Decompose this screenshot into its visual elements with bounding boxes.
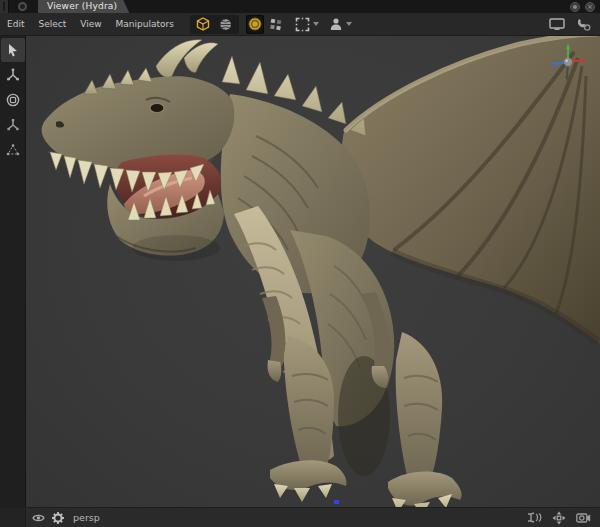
statusbar-right-icons xyxy=(526,511,591,525)
person-view-dropdown[interactable] xyxy=(329,17,352,31)
filmstrip-icon[interactable] xyxy=(526,512,542,523)
pivot-manipulator-tool[interactable] xyxy=(1,138,25,162)
tab-bar: Viewer (Hydra) × xyxy=(0,0,600,13)
camera-controls: persp xyxy=(32,512,100,524)
statusbar-corner xyxy=(0,508,26,527)
magnet-icon[interactable] xyxy=(576,17,591,31)
scale-jack-icon xyxy=(6,118,20,132)
select-cursor-tool[interactable] xyxy=(1,38,25,62)
chevron-down-icon xyxy=(313,22,319,26)
scale-manipulator-tool[interactable] xyxy=(1,113,25,137)
status-bar: persp xyxy=(0,507,600,527)
pan-dpad-icon[interactable] xyxy=(552,511,566,525)
tab-viewer-hydra[interactable]: Viewer (Hydra) xyxy=(38,0,129,13)
translate-manipulator-tool[interactable] xyxy=(1,63,25,87)
origin-marker xyxy=(334,500,339,504)
pane-drag-handle[interactable] xyxy=(0,0,9,13)
menu-select[interactable]: Select xyxy=(31,13,73,35)
cursor-icon xyxy=(6,43,19,57)
rotate-circle-icon xyxy=(6,93,20,107)
manipulator-toolbar xyxy=(0,36,26,507)
axis-gizmo[interactable] xyxy=(548,42,588,82)
light-disc-icon xyxy=(248,17,262,31)
marquee-select-dropdown[interactable] xyxy=(295,17,319,32)
menu-view[interactable]: View xyxy=(73,13,108,35)
person-view-icon xyxy=(329,17,343,31)
viewer-pane: Viewer (Hydra) × Edit Select View Manipu… xyxy=(0,0,600,527)
tab-actions: × xyxy=(570,2,595,12)
light-disc-button[interactable] xyxy=(246,15,264,34)
model-render-dragon xyxy=(26,36,600,507)
menubar-right-icons xyxy=(549,17,591,31)
pivot-triangle-icon xyxy=(6,143,20,157)
camera-icon[interactable] xyxy=(576,512,591,523)
translate-jack-icon xyxy=(6,68,20,82)
viewport-3d[interactable] xyxy=(26,36,600,507)
rotate-manipulator-tool[interactable] xyxy=(1,88,25,112)
monitor-icon[interactable] xyxy=(549,18,565,31)
globe-icon xyxy=(219,18,232,31)
menu-bar: Edit Select View Manipulators xyxy=(0,13,600,36)
main-area xyxy=(0,36,600,507)
eye-icon[interactable] xyxy=(32,513,45,523)
camera-name-label[interactable]: persp xyxy=(73,512,100,523)
pane-menu-icon[interactable] xyxy=(18,2,27,11)
chevron-down-icon xyxy=(346,22,352,26)
gear-icon[interactable] xyxy=(52,512,64,524)
display-toggle-group xyxy=(190,15,239,34)
float-pane-button[interactable] xyxy=(570,2,580,12)
shading-cube-icon xyxy=(196,17,210,31)
globe-button[interactable] xyxy=(217,15,235,34)
float-pane-icon xyxy=(573,5,577,9)
menu-edit[interactable]: Edit xyxy=(0,13,31,35)
tiles-icon xyxy=(269,18,282,31)
marquee-select-icon xyxy=(295,17,310,32)
shading-cube-button[interactable] xyxy=(194,15,212,34)
menu-manipulators[interactable]: Manipulators xyxy=(109,13,181,35)
close-pane-button[interactable]: × xyxy=(585,2,595,12)
tiles-button[interactable] xyxy=(267,15,285,34)
